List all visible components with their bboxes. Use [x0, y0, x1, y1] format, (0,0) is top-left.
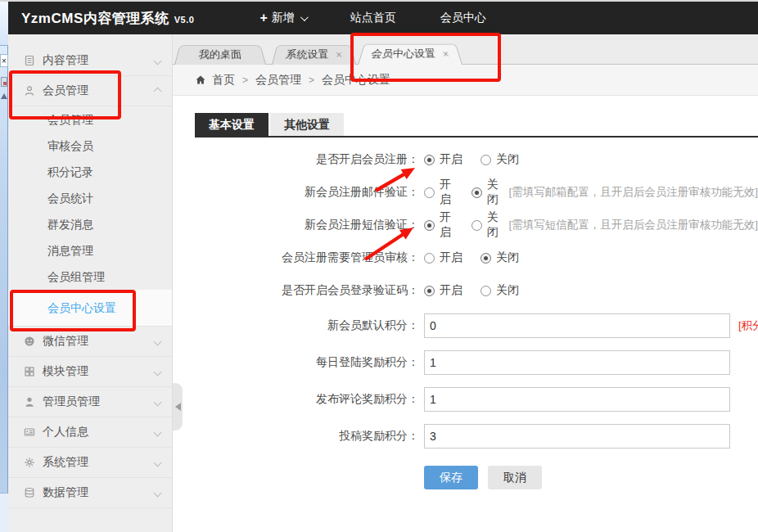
input-rows: 新会员默认积分：[积分每日登陆奖励积分：发布评论奖励积分：投稿奖励积分： — [173, 307, 758, 454]
sidebar-group-label: 会员管理 — [43, 83, 88, 98]
radio-开启[interactable] — [424, 187, 435, 198]
field-label: 每日登陆奖励积分： — [173, 355, 419, 370]
plus-icon: + — [259, 11, 267, 25]
tab-label: 我的桌面 — [198, 48, 243, 61]
breadcrumb-separator: > — [242, 74, 248, 86]
topnav: +新增站点首页会员中心 — [215, 11, 485, 25]
sidebar-group-label: 个人信息 — [43, 425, 88, 440]
app-version: V5.0 — [174, 15, 195, 25]
tab-我的桌面[interactable]: 我的桌面 — [174, 45, 266, 65]
save-button[interactable]: 保存 — [424, 466, 478, 489]
triangle-icon — [1, 93, 7, 99]
grid-icon — [23, 366, 35, 378]
form-row: 新会员注册短信验证：开启关闭[需填写短信配置，且开启后会员注册审核功能无效] — [173, 209, 758, 241]
form-row: 新会员注册邮件验证：开启关闭[需填写邮箱配置，且开启后会员注册审核功能无效] — [173, 176, 758, 209]
form-buttons: 保存 取消 — [424, 466, 758, 489]
breadcrumb-item-会员管理[interactable]: 会员管理 — [255, 73, 301, 88]
close-icon[interactable]: × — [335, 50, 343, 60]
sidebar-group-会员管理[interactable]: 会员管理 — [8, 76, 172, 106]
close-icon[interactable]: × — [441, 49, 449, 59]
sidebar: 内容管理会员管理会员管理审核会员积分记录会员统计群发消息消息管理会员组管理会员中… — [8, 34, 173, 532]
sidebar-group-label: 内容管理 — [43, 53, 88, 68]
sidebar-item-群发消息[interactable]: 群发消息 — [8, 211, 172, 237]
tab-label: 会员中心设置 — [370, 47, 437, 61]
chevron-down-icon — [154, 458, 162, 467]
field-note: [需填写邮箱配置，且开启后会员注册审核功能无效] — [508, 185, 758, 200]
field-label: 是否开启会员注册： — [173, 152, 419, 167]
sidebar-item-审核会员[interactable]: 审核会员 — [8, 133, 172, 159]
app-title-text: YzmCMS内容管理系统 — [21, 11, 169, 26]
tab-基本设置[interactable]: 基本设置 — [195, 113, 268, 136]
sidebar-collapse-handle[interactable] — [173, 383, 183, 431]
sidebar-group-微信管理[interactable]: 微信管理 — [8, 327, 172, 357]
chevron-down-icon — [154, 398, 162, 406]
topnav-item-会员中心[interactable]: 会员中心 — [440, 11, 486, 25]
radio-开启[interactable] — [424, 220, 435, 231]
radio-关闭[interactable] — [471, 220, 482, 231]
radio-关闭[interactable] — [481, 155, 491, 165]
sidebar-item-积分记录[interactable]: 积分记录 — [8, 159, 172, 185]
radio-关闭[interactable] — [471, 187, 482, 198]
topnav-item-站点首页[interactable]: 站点首页 — [350, 11, 396, 25]
mail-icon — [1, 77, 7, 87]
sidebar-group-个人信息[interactable]: 个人信息 — [8, 417, 172, 448]
user-icon — [23, 85, 35, 97]
sidebar-item-会员组管理[interactable]: 会员组管理 — [8, 264, 172, 290]
field-note: [需填写短信配置，且开启后会员注册审核功能无效] — [508, 218, 758, 232]
tab-其他设置[interactable]: 其他设置 — [270, 113, 344, 136]
field-control: 开启关闭 — [424, 210, 500, 240]
sidebar-group-系统管理[interactable]: 系统管理 — [8, 448, 172, 478]
sidebar-group-数据管理[interactable]: 数据管理 — [8, 478, 172, 508]
sidebar-group-label: 数据管理 — [43, 485, 88, 500]
tab-label: 系统设置 — [285, 48, 330, 61]
breadcrumb-item-首页[interactable]: 首页 — [212, 73, 235, 88]
wechat-icon — [23, 336, 35, 348]
sidebar-group-label: 管理员管理 — [43, 394, 100, 409]
sidebar-item-消息管理[interactable]: 消息管理 — [8, 237, 172, 264]
settings-tabs: 基本设置其他设置 — [195, 113, 758, 136]
admin-icon — [23, 396, 35, 408]
radio-label: 开启 — [440, 250, 462, 265]
radio-关闭[interactable] — [481, 286, 491, 296]
topnav-item-label: 会员中心 — [440, 11, 486, 25]
sidebar-group-label: 系统管理 — [43, 455, 88, 470]
sidebar-group-管理员管理[interactable]: 管理员管理 — [8, 387, 172, 417]
radio-label: 关闭 — [496, 250, 519, 265]
field-input-发布评论奖励积分[interactable] — [424, 387, 730, 412]
window-tabstrip: 我的桌面系统设置×会员中心设置× — [173, 34, 758, 65]
form-row: 是否开启会员注册：开启关闭 — [173, 143, 758, 176]
sidebar-group-内容管理[interactable]: 内容管理 — [8, 46, 172, 76]
field-input-投稿奖励积分[interactable] — [424, 424, 730, 449]
field-input-每日登陆奖励积分[interactable] — [424, 350, 730, 375]
radio-开启[interactable] — [424, 155, 435, 165]
field-label: 是否开启会员登录验证码： — [173, 283, 419, 298]
field-control — [424, 350, 730, 375]
breadcrumb: 首页>会员管理>会员中心设置 — [173, 65, 758, 96]
breadcrumb-item-会员中心设置: 会员中心设置 — [322, 73, 390, 88]
field-control: 开启关闭 — [424, 152, 519, 167]
sidebar-group-label: 微信管理 — [43, 334, 88, 349]
radio-label: 开启 — [440, 178, 453, 207]
field-label: 投稿奖励积分： — [173, 429, 419, 444]
background-window-panel — [0, 493, 8, 532]
sidebar-group-模块管理[interactable]: 模块管理 — [8, 357, 172, 387]
cancel-button[interactable]: 取消 — [488, 466, 542, 489]
radio-label: 开启 — [440, 210, 453, 240]
field-control — [424, 424, 730, 449]
sidebar-item-会员中心设置[interactable]: 会员中心设置 — [8, 290, 172, 326]
sidebar-item-会员管理[interactable]: 会员管理 — [8, 106, 172, 133]
topnav-item-label: 站点首页 — [350, 11, 396, 25]
form-row: 是否开启会员登录验证码：开启关闭 — [173, 274, 758, 307]
radio-开启[interactable] — [424, 286, 435, 296]
field-input-新会员默认积分[interactable] — [424, 313, 730, 338]
radio-关闭[interactable] — [481, 253, 491, 264]
tab-会员中心设置[interactable]: 会员中心设置× — [358, 44, 462, 65]
radio-rows: 是否开启会员注册：开启关闭新会员注册邮件验证：开启关闭[需填写邮箱配置，且开启后… — [173, 143, 758, 307]
chevron-down-icon — [154, 367, 162, 376]
topnav-item-label: 新增 — [272, 11, 295, 25]
tab-系统设置[interactable]: 系统设置× — [272, 45, 356, 65]
sidebar-item-会员统计[interactable]: 会员统计 — [8, 185, 172, 211]
radio-开启[interactable] — [424, 253, 435, 264]
idcard-icon — [23, 426, 35, 439]
topnav-item-add[interactable]: +新增 — [259, 11, 305, 25]
